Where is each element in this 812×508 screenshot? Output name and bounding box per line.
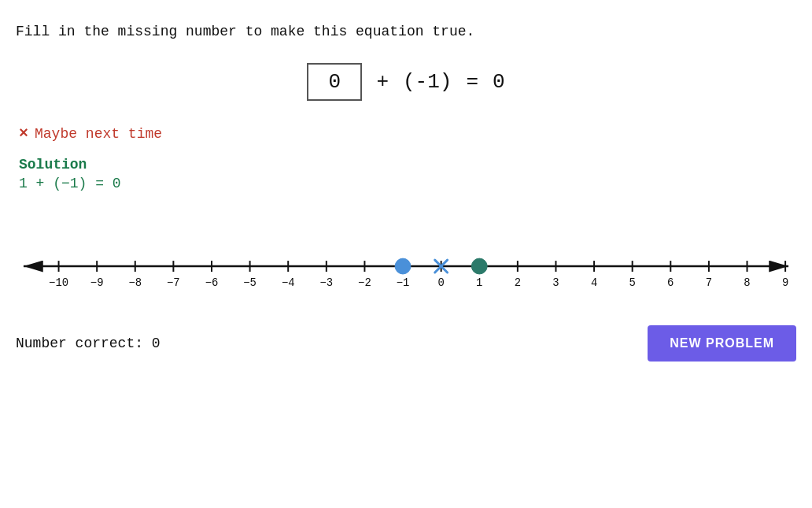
solution-equation: 1 + (−1) = 0 [16,176,796,191]
svg-text:−7: −7 [167,276,180,289]
svg-text:1: 1 [476,276,482,289]
svg-text:5: 5 [629,276,636,289]
svg-text:2: 2 [515,276,521,289]
solution-label: Solution [16,157,796,172]
svg-text:−8: −8 [128,276,142,289]
instruction-text: Fill in the missing number to make this … [16,24,796,39]
bottom-row: Number correct: 0 NEW PROBLEM [16,325,796,362]
new-problem-button[interactable]: NEW PROBLEM [648,325,796,362]
equals: = [466,70,478,94]
answer-box[interactable]: 0 [307,63,362,101]
svg-text:4: 4 [591,276,597,289]
svg-point-42 [471,258,487,274]
feedback-row: × Maybe next time [16,124,796,143]
number-line: −10 −9 −8 −7 −6 −5 −4 −3 −2 −1 0 1 2 3 4… [16,239,796,302]
svg-text:3: 3 [552,276,559,289]
answer-value: 0 [329,70,341,94]
svg-text:−3: −3 [319,276,333,289]
equation-row: 0 + (-1) = 0 [16,63,796,101]
operator: + [376,70,389,94]
svg-text:−2: −2 [358,276,371,289]
svg-text:−6: −6 [205,276,219,289]
number-correct-text: Number correct: 0 [16,336,161,351]
svg-text:8: 8 [744,276,750,289]
svg-text:0: 0 [437,276,444,289]
svg-point-41 [395,258,411,274]
wrong-icon: × [19,124,28,143]
svg-text:−4: −4 [282,276,295,289]
feedback-text: Maybe next time [35,126,162,142]
svg-text:9: 9 [782,276,788,289]
svg-text:−5: −5 [243,276,257,289]
svg-text:7: 7 [706,276,712,289]
svg-text:−1: −1 [397,276,410,289]
operand: (-1) [403,70,452,94]
result: 0 [493,70,505,94]
svg-text:−9: −9 [90,276,104,289]
svg-text:−10: −10 [49,276,68,289]
svg-text:6: 6 [667,276,674,289]
